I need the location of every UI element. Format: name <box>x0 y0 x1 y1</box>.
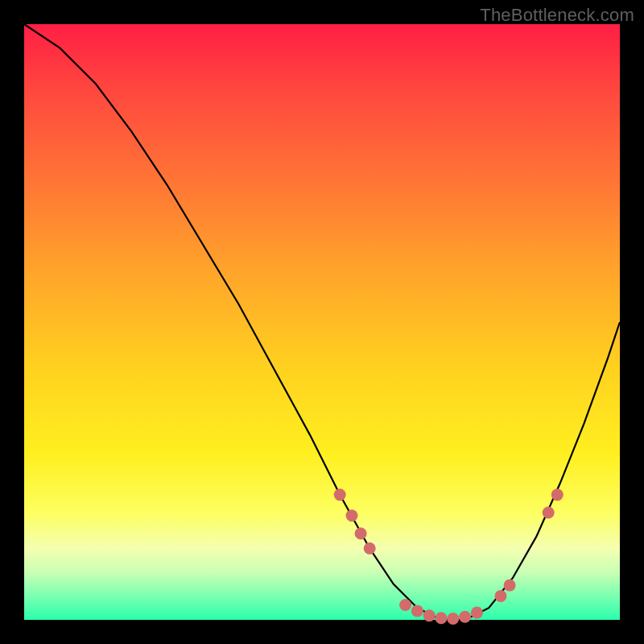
curve-marker <box>355 527 367 539</box>
watermark-text: TheBottleneck.com <box>480 5 634 26</box>
curve-marker <box>364 543 376 555</box>
curve-marker <box>471 607 483 619</box>
curve-marker <box>334 489 346 501</box>
curve-markers <box>334 489 564 625</box>
plot-area <box>24 24 620 620</box>
bottleneck-curve <box>24 24 620 620</box>
curve-marker <box>411 605 423 617</box>
curve-marker <box>495 590 507 602</box>
chart-frame: TheBottleneck.com <box>0 0 644 644</box>
curve-marker <box>436 612 448 624</box>
curve-marker <box>346 510 358 522</box>
curve-path <box>24 24 620 620</box>
curve-marker <box>447 613 459 625</box>
curve-marker <box>504 580 516 592</box>
curve-marker <box>543 506 555 518</box>
curve-marker <box>423 609 436 621</box>
curve-marker <box>399 599 411 611</box>
curve-marker <box>459 611 471 623</box>
curve-marker <box>551 489 564 501</box>
